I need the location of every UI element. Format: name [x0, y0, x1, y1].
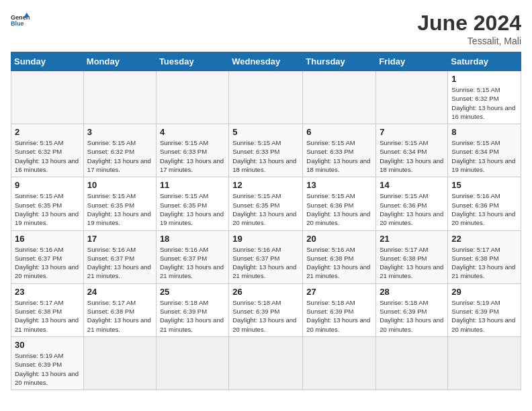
day-info: Sunrise: 5:15 AM Sunset: 6:33 PM Dayligh… — [306, 138, 372, 174]
calendar-day-cell — [303, 71, 376, 124]
day-info: Sunrise: 5:16 AM Sunset: 6:37 PM Dayligh… — [232, 245, 299, 281]
calendar-day-cell — [156, 336, 228, 390]
day-info: Sunrise: 5:15 AM Sunset: 6:32 PM Dayligh… — [87, 138, 152, 174]
calendar-day-cell: 19Sunrise: 5:16 AM Sunset: 6:37 PM Dayli… — [229, 230, 303, 283]
day-number: 7 — [380, 127, 444, 137]
calendar-day-cell: 14Sunrise: 5:15 AM Sunset: 6:36 PM Dayli… — [376, 177, 448, 230]
day-info: Sunrise: 5:17 AM Sunset: 6:38 PM Dayligh… — [87, 298, 152, 334]
day-info: Sunrise: 5:19 AM Sunset: 6:39 PM Dayligh… — [451, 298, 517, 334]
calendar-day-header: Monday — [83, 52, 156, 71]
calendar-day-cell: 27Sunrise: 5:18 AM Sunset: 6:39 PM Dayli… — [303, 283, 376, 336]
calendar-day-cell: 9Sunrise: 5:15 AM Sunset: 6:35 PM Daylig… — [11, 177, 84, 230]
calendar-header-row: SundayMondayTuesdayWednesdayThursdayFrid… — [11, 52, 521, 71]
day-info: Sunrise: 5:17 AM Sunset: 6:38 PM Dayligh… — [15, 298, 80, 334]
day-number: 26 — [232, 287, 299, 297]
calendar-day-cell: 13Sunrise: 5:15 AM Sunset: 6:36 PM Dayli… — [303, 177, 376, 230]
calendar-day-header: Sunday — [11, 52, 84, 71]
calendar-day-cell: 15Sunrise: 5:16 AM Sunset: 6:36 PM Dayli… — [448, 177, 521, 230]
calendar-day-cell: 21Sunrise: 5:17 AM Sunset: 6:38 PM Dayli… — [376, 230, 448, 283]
day-info: Sunrise: 5:18 AM Sunset: 6:39 PM Dayligh… — [306, 298, 372, 334]
day-number: 11 — [160, 180, 225, 190]
day-info: Sunrise: 5:15 AM Sunset: 6:36 PM Dayligh… — [306, 191, 372, 227]
calendar-day-cell: 12Sunrise: 5:15 AM Sunset: 6:35 PM Dayli… — [229, 177, 303, 230]
calendar-week-row: 1Sunrise: 5:15 AM Sunset: 6:32 PM Daylig… — [11, 71, 521, 124]
day-info: Sunrise: 5:15 AM Sunset: 6:35 PM Dayligh… — [232, 191, 299, 227]
calendar-day-cell: 7Sunrise: 5:15 AM Sunset: 6:34 PM Daylig… — [376, 124, 448, 177]
day-info: Sunrise: 5:15 AM Sunset: 6:34 PM Dayligh… — [380, 138, 444, 174]
day-info: Sunrise: 5:15 AM Sunset: 6:32 PM Dayligh… — [451, 85, 517, 121]
day-info: Sunrise: 5:16 AM Sunset: 6:38 PM Dayligh… — [306, 245, 372, 281]
location-label: Tessalit, Mali — [417, 36, 521, 46]
title-block: June 2024 Tessalit, Mali — [417, 11, 521, 46]
day-number: 2 — [15, 127, 80, 137]
calendar-day-cell: 10Sunrise: 5:15 AM Sunset: 6:35 PM Dayli… — [83, 177, 156, 230]
calendar-day-cell: 1Sunrise: 5:15 AM Sunset: 6:32 PM Daylig… — [448, 71, 521, 124]
day-info: Sunrise: 5:15 AM Sunset: 6:33 PM Dayligh… — [160, 138, 225, 174]
calendar-week-row: 2Sunrise: 5:15 AM Sunset: 6:32 PM Daylig… — [11, 124, 521, 177]
calendar-day-header: Tuesday — [156, 52, 228, 71]
day-number: 16 — [15, 234, 80, 244]
day-number: 5 — [232, 127, 299, 137]
calendar-day-cell: 20Sunrise: 5:16 AM Sunset: 6:38 PM Dayli… — [303, 230, 376, 283]
calendar-day-cell — [303, 336, 376, 390]
day-info: Sunrise: 5:18 AM Sunset: 6:39 PM Dayligh… — [380, 298, 444, 334]
calendar-day-header: Saturday — [448, 52, 521, 71]
day-info: Sunrise: 5:17 AM Sunset: 6:38 PM Dayligh… — [451, 245, 517, 281]
generalblue-logo-icon: General Blue — [11, 11, 30, 30]
calendar-day-cell: 4Sunrise: 5:15 AM Sunset: 6:33 PM Daylig… — [156, 124, 228, 177]
day-info: Sunrise: 5:16 AM Sunset: 6:37 PM Dayligh… — [160, 245, 225, 281]
svg-text:Blue: Blue — [11, 20, 24, 27]
calendar-day-cell: 2Sunrise: 5:15 AM Sunset: 6:32 PM Daylig… — [11, 124, 84, 177]
calendar-week-row: 23Sunrise: 5:17 AM Sunset: 6:38 PM Dayli… — [11, 283, 521, 336]
calendar-day-cell: 5Sunrise: 5:15 AM Sunset: 6:33 PM Daylig… — [229, 124, 303, 177]
calendar-day-cell: 26Sunrise: 5:18 AM Sunset: 6:39 PM Dayli… — [229, 283, 303, 336]
day-info: Sunrise: 5:15 AM Sunset: 6:35 PM Dayligh… — [87, 191, 152, 227]
calendar-day-header: Thursday — [303, 52, 376, 71]
day-info: Sunrise: 5:18 AM Sunset: 6:39 PM Dayligh… — [232, 298, 299, 334]
day-number: 24 — [87, 287, 152, 297]
day-info: Sunrise: 5:15 AM Sunset: 6:35 PM Dayligh… — [160, 191, 225, 227]
day-info: Sunrise: 5:15 AM Sunset: 6:32 PM Dayligh… — [15, 138, 80, 174]
calendar-day-cell: 23Sunrise: 5:17 AM Sunset: 6:38 PM Dayli… — [11, 283, 84, 336]
calendar-day-cell: 8Sunrise: 5:15 AM Sunset: 6:34 PM Daylig… — [448, 124, 521, 177]
calendar-day-cell: 17Sunrise: 5:16 AM Sunset: 6:37 PM Dayli… — [83, 230, 156, 283]
day-number: 25 — [160, 287, 225, 297]
day-number: 29 — [451, 287, 517, 297]
day-number: 27 — [306, 287, 372, 297]
calendar-day-cell — [376, 71, 448, 124]
month-title: June 2024 — [417, 11, 521, 36]
calendar-day-cell — [448, 336, 521, 390]
page-header: General Blue June 2024 Tessalit, Mali — [11, 11, 521, 46]
calendar-day-cell: 6Sunrise: 5:15 AM Sunset: 6:33 PM Daylig… — [303, 124, 376, 177]
day-info: Sunrise: 5:15 AM Sunset: 6:36 PM Dayligh… — [380, 191, 444, 227]
calendar-day-cell — [83, 71, 156, 124]
calendar-day-cell: 29Sunrise: 5:19 AM Sunset: 6:39 PM Dayli… — [448, 283, 521, 336]
day-info: Sunrise: 5:19 AM Sunset: 6:39 PM Dayligh… — [15, 351, 80, 387]
day-info: Sunrise: 5:15 AM Sunset: 6:35 PM Dayligh… — [15, 191, 80, 227]
calendar-day-header: Wednesday — [229, 52, 303, 71]
day-number: 9 — [15, 180, 80, 190]
day-number: 13 — [306, 180, 372, 190]
calendar-day-cell: 16Sunrise: 5:16 AM Sunset: 6:37 PM Dayli… — [11, 230, 84, 283]
calendar-day-cell: 24Sunrise: 5:17 AM Sunset: 6:38 PM Dayli… — [83, 283, 156, 336]
day-info: Sunrise: 5:17 AM Sunset: 6:38 PM Dayligh… — [380, 245, 444, 281]
calendar-table: SundayMondayTuesdayWednesdayThursdayFrid… — [11, 52, 521, 390]
day-info: Sunrise: 5:16 AM Sunset: 6:36 PM Dayligh… — [451, 191, 517, 227]
calendar-week-row: 16Sunrise: 5:16 AM Sunset: 6:37 PM Dayli… — [11, 230, 521, 283]
calendar-day-cell: 28Sunrise: 5:18 AM Sunset: 6:39 PM Dayli… — [376, 283, 448, 336]
calendar-day-header: Friday — [376, 52, 448, 71]
day-number: 17 — [87, 234, 152, 244]
day-number: 12 — [232, 180, 299, 190]
calendar-day-cell — [229, 336, 303, 390]
calendar-day-cell: 22Sunrise: 5:17 AM Sunset: 6:38 PM Dayli… — [448, 230, 521, 283]
day-number: 14 — [380, 180, 444, 190]
day-info: Sunrise: 5:16 AM Sunset: 6:37 PM Dayligh… — [15, 245, 80, 281]
day-info: Sunrise: 5:15 AM Sunset: 6:34 PM Dayligh… — [451, 138, 517, 174]
day-info: Sunrise: 5:16 AM Sunset: 6:37 PM Dayligh… — [87, 245, 152, 281]
day-number: 30 — [15, 340, 80, 350]
day-number: 8 — [451, 127, 517, 137]
day-number: 3 — [87, 127, 152, 137]
calendar-day-cell — [83, 336, 156, 390]
calendar-week-row: 30Sunrise: 5:19 AM Sunset: 6:39 PM Dayli… — [11, 336, 521, 390]
day-number: 22 — [451, 234, 517, 244]
